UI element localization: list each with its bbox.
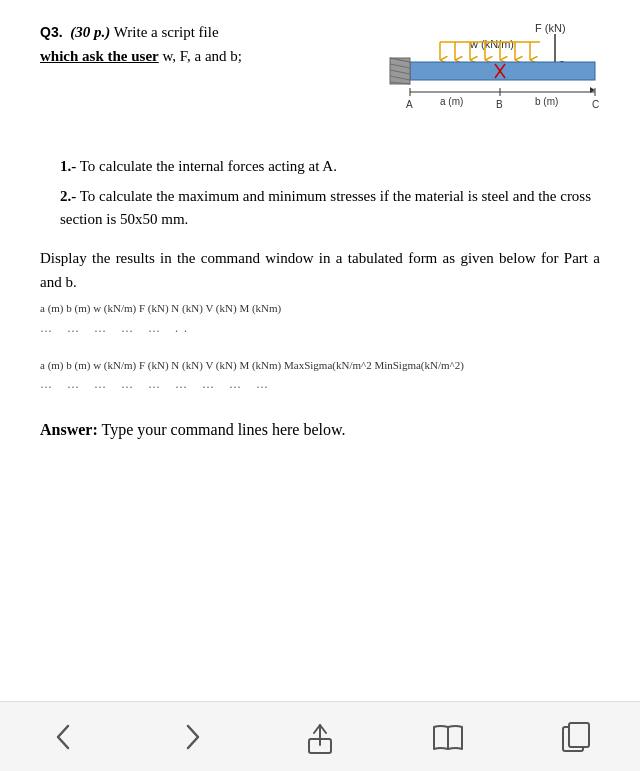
vars: w, F, a and b;	[163, 48, 242, 64]
part1-number: 1.-	[60, 158, 76, 174]
answer-line: Answer: Type your command lines here bel…	[40, 417, 600, 443]
a-dim-label: a (m)	[440, 96, 463, 107]
table1-header: a (m) b (m) w (kN/m) F (kN) N (kN) V (kN…	[40, 300, 600, 317]
forward-button[interactable]	[167, 712, 217, 762]
answer-section: Answer: Type your command lines here bel…	[40, 417, 600, 443]
answer-label: Answer:	[40, 421, 98, 438]
which-ask-text: which ask the user	[40, 48, 159, 64]
question-header: Q3. (30 p.) Write a script file which as…	[40, 20, 600, 147]
svg-rect-27	[569, 723, 589, 747]
question-body: Q3. (30 p.) Write a script file which as…	[0, 0, 640, 453]
f-label: F (kN)	[535, 22, 566, 34]
w-label: w (kN/m)	[469, 38, 514, 50]
display-intro: Display the results in the command windo…	[40, 246, 600, 294]
question-points: (30 p.)	[70, 24, 110, 40]
back-button[interactable]	[39, 712, 89, 762]
share-icon	[304, 717, 336, 757]
question-line1: Q3. (30 p.) Write a script file	[40, 20, 370, 44]
diagram-container: F (kN) w (kN/m)	[380, 20, 600, 147]
beam-diagram: F (kN) w (kN/m)	[380, 20, 600, 140]
table1-dots: … … … … … ..	[40, 319, 600, 337]
point-b-label: B	[496, 99, 503, 110]
share-button[interactable]	[295, 712, 345, 762]
svg-rect-9	[410, 62, 595, 80]
display-section: Display the results in the command windo…	[40, 246, 600, 393]
bottom-navigation	[0, 701, 640, 771]
main-content-area: Q3. (30 p.) Write a script file which as…	[0, 0, 640, 700]
question-text: Q3. (30 p.) Write a script file which as…	[40, 20, 370, 68]
table2-dots: … … … … … … … … …	[40, 375, 600, 393]
book-icon	[430, 717, 466, 757]
point-a-label: A	[406, 99, 413, 110]
part1-text: To calculate the internal forces acting …	[80, 158, 337, 174]
part2: 2.- To calculate the maximum and minimum…	[60, 185, 600, 230]
question-line2: which ask the user w, F, a and b;	[40, 44, 370, 68]
copy-icon	[559, 717, 593, 757]
copy-button[interactable]	[551, 712, 601, 762]
back-icon	[54, 722, 74, 752]
answer-prompt: Type your command lines here below.	[101, 421, 345, 438]
question-intro: Write a script file	[114, 24, 219, 40]
point-c-label: C	[592, 99, 599, 110]
forward-icon	[182, 722, 202, 752]
part1: 1.- To calculate the internal forces act…	[60, 155, 600, 178]
part2-text: To calculate the maximum and minimum str…	[60, 188, 591, 227]
book-button[interactable]	[423, 712, 473, 762]
table2-header: a (m) b (m) w (kN/m) F (kN) N (kN) V (kN…	[40, 357, 600, 374]
question-number: Q3.	[40, 24, 63, 40]
part2-number: 2.-	[60, 188, 76, 204]
b-dim-label: b (m)	[535, 96, 558, 107]
